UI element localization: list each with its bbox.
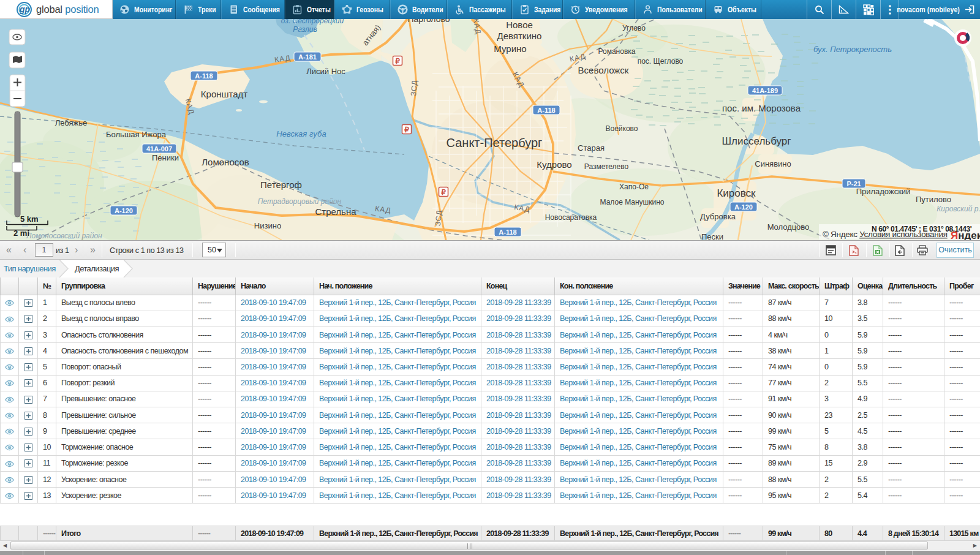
svg-text:А-118: А-118: [195, 72, 213, 80]
svg-text:Пеники: Пеники: [152, 153, 179, 162]
svg-text:41А-007: 41А-007: [146, 145, 172, 153]
svg-text:Кировск: Кировск: [717, 187, 756, 199]
svg-text:Яндекс: Яндекс: [951, 230, 980, 240]
svg-text:А-181: А-181: [298, 53, 317, 61]
svg-text:Новосаратовка: Новосаратовка: [545, 213, 597, 222]
svg-text:Молодцово: Молодцово: [767, 222, 810, 232]
svg-text:Путилово: Путилово: [916, 195, 951, 204]
svg-text:Всеволожск: Всеволожск: [578, 65, 629, 75]
svg-text:₽: ₽: [441, 188, 446, 197]
svg-text:Воейково: Воейково: [605, 124, 638, 133]
svg-text:Петергоф: Петергоф: [260, 179, 302, 190]
svg-text:ЗСД: ЗСД: [409, 80, 419, 97]
svg-text:Старая: Старая: [578, 143, 605, 153]
svg-text:₽: ₽: [404, 126, 409, 134]
svg-text:41А-189: 41А-189: [752, 87, 778, 94]
svg-text:Хапо-Ое: Хапо-Ое: [619, 183, 649, 191]
svg-text:Дубровка: Дубровка: [700, 212, 736, 221]
svg-text:Большая Ижора: Большая Ижора: [106, 130, 167, 139]
svg-text:Мурино: Мурино: [494, 43, 526, 54]
svg-text:Детализация: Детализация: [75, 264, 119, 273]
svg-text:Романовка: Романовка: [598, 47, 636, 56]
svg-text:А-118: А-118: [499, 228, 516, 236]
svg-text:Парголово: Парголово: [407, 19, 450, 24]
svg-text:Лисий Нос: Лисий Нос: [306, 67, 345, 76]
svg-text:Синявино: Синявино: [755, 159, 791, 168]
svg-text:А-120: А-120: [115, 207, 133, 214]
svg-text:Невская губа: Невская губа: [276, 129, 326, 138]
svg-text:Кронштадт: Кронштадт: [201, 89, 248, 99]
svg-text:Р-21: Р-21: [846, 180, 861, 187]
svg-text:Новое: Новое: [506, 20, 533, 30]
svg-text:Кировский р.: Кировский р.: [937, 205, 980, 213]
svg-text:Ломоносовский район: Ломоносовский район: [26, 232, 102, 240]
svg-text:Углово: Углово: [622, 24, 646, 32]
svg-text:Низино: Низино: [254, 221, 281, 230]
svg-text:5 km: 5 km: [20, 214, 39, 224]
svg-text:gp: gp: [19, 4, 31, 14]
svg-text:Тип нарушения: Тип нарушения: [4, 264, 56, 273]
svg-text:Кудрово: Кудрово: [537, 159, 571, 170]
svg-text:Ломоносов: Ломоносов: [202, 157, 249, 167]
svg-text:ЗСД: ЗСД: [434, 210, 443, 227]
svg-text:Лебяжье: Лебяжье: [55, 118, 88, 127]
svg-text:Стрельна: Стрельна: [315, 206, 356, 217]
svg-text:пос. им. Морозова: пос. им. Морозова: [722, 103, 801, 113]
svg-text:2 mi: 2 mi: [13, 228, 29, 238]
svg-text:Петрадворцовый район: Петрадворцовый район: [258, 197, 342, 206]
svg-text:оз. Сестрорецкий: оз. Сестрорецкий: [281, 19, 344, 25]
svg-text:А-120: А-120: [734, 203, 753, 211]
svg-text:Малое Манушкино: Малое Манушкино: [600, 198, 665, 206]
svg-text:₽: ₽: [395, 57, 400, 66]
svg-text:Шлиссельбург: Шлиссельбург: [722, 135, 791, 147]
svg-text:Санкт-Петербург: Санкт-Петербург: [447, 136, 543, 149]
svg-text:пос. Щеглово: пос. Щеглово: [638, 57, 684, 66]
svg-text:Девяткино: Девяткино: [497, 31, 542, 41]
svg-text:А-118: А-118: [537, 107, 555, 114]
svg-text:Разметелево: Разметелево: [584, 162, 629, 171]
svg-text:© Яндекс Условия использования: © Яндекс Условия использования: [823, 230, 948, 239]
svg-text:Пески: Пески: [701, 232, 723, 240]
svg-text:бух. Петрокрепость: бух. Петрокрепость: [813, 45, 892, 54]
svg-text:Разлив: Разлив: [293, 25, 317, 34]
